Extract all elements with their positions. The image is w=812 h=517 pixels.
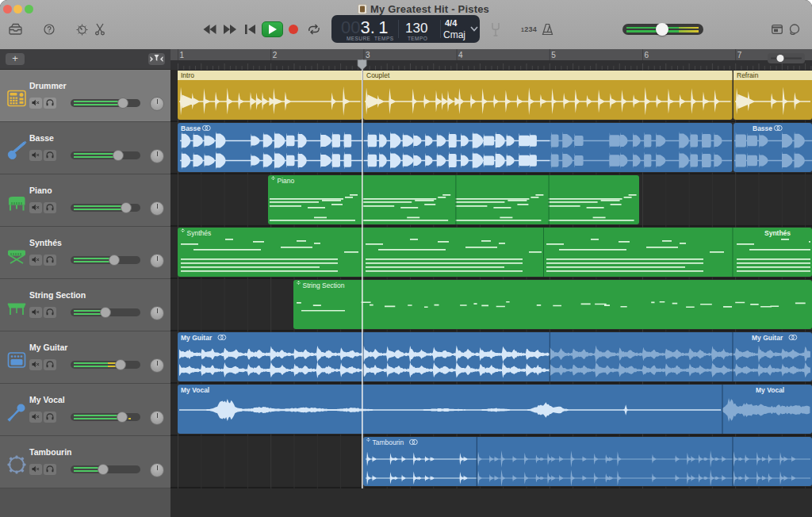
svg-text:7: 7 — [737, 51, 742, 59]
svg-text:Tambourin: Tambourin — [373, 438, 404, 446]
svg-text:Basse: Basse — [753, 124, 772, 132]
svg-text:5: 5 — [551, 51, 556, 59]
svg-text:My Vocal: My Vocal — [756, 386, 784, 394]
svg-text:Synthés: Synthés — [187, 229, 212, 237]
svg-text:6: 6 — [645, 51, 649, 59]
svg-text:Refrain: Refrain — [737, 71, 759, 79]
svg-text:2: 2 — [273, 51, 278, 59]
svg-text:Synthés: Synthés — [764, 229, 791, 237]
svg-text:Intro: Intro — [181, 71, 194, 79]
svg-text:Piano: Piano — [278, 177, 295, 185]
svg-text:4: 4 — [458, 51, 463, 59]
svg-text:Basse: Basse — [181, 124, 201, 132]
svg-text:My Guitar: My Guitar — [181, 334, 213, 342]
svg-text:Couplet: Couplet — [366, 71, 390, 79]
svg-text:3: 3 — [366, 51, 370, 59]
svg-text:1: 1 — [180, 51, 185, 59]
svg-text:My Vocal: My Vocal — [181, 386, 209, 394]
svg-text:My Guitar: My Guitar — [752, 334, 783, 342]
svg-text:String Section: String Section — [303, 281, 345, 289]
